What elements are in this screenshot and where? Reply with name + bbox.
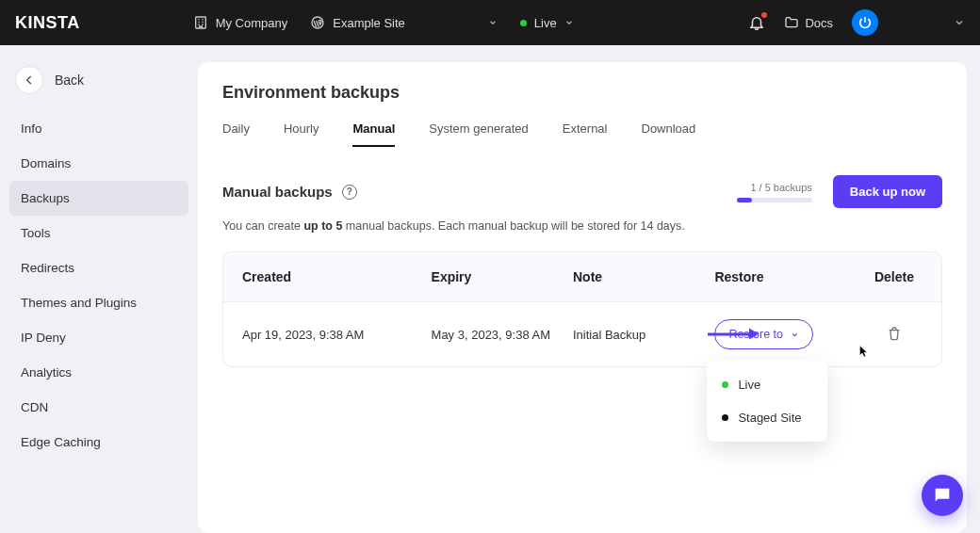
sidebar-item-tools[interactable]: Tools: [9, 216, 188, 250]
sidebar-item-ip-deny[interactable]: IP Deny: [9, 320, 188, 355]
tab-hourly[interactable]: Hourly: [284, 121, 319, 147]
progress-bar-icon: [737, 198, 812, 202]
col-delete: Delete: [866, 269, 923, 284]
status-dot-icon: [520, 20, 527, 26]
status-dot-green-icon: [722, 381, 728, 388]
chevron-down-icon: [564, 18, 574, 27]
tab-daily[interactable]: Daily: [222, 121, 250, 147]
wordpress-icon: [310, 15, 325, 30]
sidebar-item-analytics[interactable]: Analytics: [9, 355, 188, 390]
backups-table: Created Expiry Note Restore Delete Apr 1…: [222, 251, 942, 367]
environment-label: Live: [534, 16, 557, 30]
tab-manual[interactable]: Manual: [352, 121, 395, 147]
status-dot-black-icon: [722, 414, 728, 421]
company-name: My Company: [216, 16, 288, 30]
dropdown-item-live[interactable]: Live: [707, 368, 827, 401]
cell-created: Apr 19, 2023, 9:38 AM: [242, 328, 432, 342]
cursor-icon: [857, 344, 872, 359]
back-arrow-icon: [15, 66, 43, 94]
chat-icon: [932, 485, 953, 506]
annotation-arrow-icon: [708, 333, 757, 336]
section-description: You can create up to 5 manual backups. E…: [222, 219, 942, 233]
power-icon: [858, 15, 873, 30]
site-name: Example Site: [333, 16, 405, 30]
col-created: Created: [242, 269, 432, 284]
tab-system-generated[interactable]: System generated: [429, 121, 529, 147]
notification-badge-icon: [761, 12, 767, 18]
cell-expiry: May 3, 2023, 9:38 AM: [432, 328, 573, 342]
table-row: Apr 19, 2023, 9:38 AM May 3, 2023, 9:38 …: [223, 301, 941, 366]
sidebar-item-themes-plugins[interactable]: Themes and Plugins: [9, 285, 188, 320]
col-expiry: Expiry: [432, 269, 573, 284]
logo: KINSTA: [15, 13, 80, 33]
tab-download[interactable]: Download: [642, 121, 696, 147]
chevron-down-icon: [791, 331, 799, 339]
help-icon[interactable]: ?: [342, 185, 357, 200]
delete-button[interactable]: [887, 326, 902, 341]
sidebar-item-info[interactable]: Info: [9, 111, 188, 146]
page-title: Environment backups: [222, 83, 942, 103]
folder-icon: [784, 15, 799, 30]
col-restore: Restore: [714, 269, 865, 284]
notifications-button[interactable]: [748, 14, 765, 31]
backup-counter: 1 / 5 backups: [737, 182, 812, 202]
sidebar-item-edge-caching[interactable]: Edge Caching: [9, 425, 188, 460]
company-selector[interactable]: My Company: [193, 15, 288, 30]
chevron-down-icon: [488, 18, 498, 27]
docs-link[interactable]: Docs: [784, 15, 833, 30]
back-link[interactable]: Back: [9, 60, 188, 111]
sidebar: Back Info Domains Backups Tools Redirect…: [0, 45, 198, 533]
col-note: Note: [573, 269, 714, 284]
cell-note: Initial Backup: [573, 328, 714, 342]
counter-text: 1 / 5 backups: [737, 182, 812, 193]
main-panel: Environment backups Daily Hourly Manual …: [198, 62, 967, 533]
back-label: Back: [55, 73, 84, 88]
user-menu-chevron-icon[interactable]: [954, 17, 965, 28]
dropdown-item-staged[interactable]: Staged Site: [707, 401, 827, 434]
top-header: KINSTA My Company Example Site Live Docs: [0, 0, 980, 45]
site-selector[interactable]: Example Site: [310, 15, 498, 30]
power-button[interactable]: [852, 9, 878, 36]
backup-tabs: Daily Hourly Manual System generated Ext…: [222, 121, 942, 147]
table-header: Created Expiry Note Restore Delete: [223, 252, 941, 301]
section-title: Manual backups ?: [222, 184, 357, 200]
cell-restore: Restore to Live: [714, 319, 865, 349]
sidebar-item-redirects[interactable]: Redirects: [9, 250, 188, 285]
chat-widget-button[interactable]: [922, 475, 963, 516]
sidebar-item-domains[interactable]: Domains: [9, 146, 188, 181]
docs-label: Docs: [805, 16, 833, 30]
cell-delete: [866, 326, 923, 344]
environment-selector[interactable]: Live: [520, 16, 574, 30]
sidebar-item-backups[interactable]: Backups: [9, 181, 188, 216]
sidebar-item-cdn[interactable]: CDN: [9, 390, 188, 425]
trash-icon: [887, 326, 902, 341]
building-icon: [193, 15, 208, 30]
backup-now-button[interactable]: Back up now: [833, 175, 942, 208]
restore-dropdown: Live Staged Site: [707, 361, 827, 442]
tab-external[interactable]: External: [563, 121, 608, 147]
